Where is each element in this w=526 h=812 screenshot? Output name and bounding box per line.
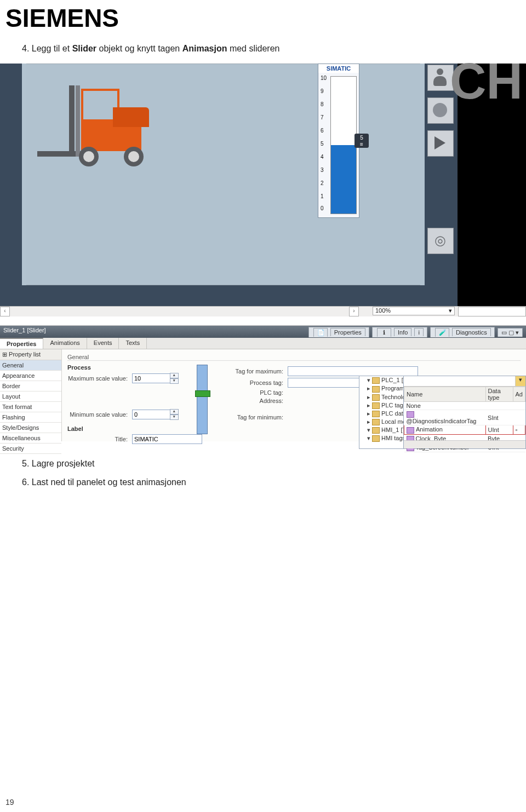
hmi-slider-thumb[interactable]: 5≡: [355, 134, 369, 148]
folder-icon: [372, 411, 380, 417]
col-datatype[interactable]: Data type: [485, 387, 513, 402]
folder-icon: [372, 386, 380, 393]
plist-general[interactable]: General: [0, 360, 61, 371]
preview-slider-track: [197, 365, 208, 434]
plist-miscellaneous[interactable]: Miscellaneous: [0, 433, 61, 444]
page-number: 19: [5, 798, 14, 807]
subtab-animations[interactable]: Animations: [43, 338, 87, 349]
properties-subtabs: Properties Animations Events Texts: [0, 338, 526, 349]
tick-label: 8: [321, 101, 324, 107]
tag-row-diag[interactable]: @DiagnosticsIndicatorTagSInt: [404, 410, 525, 425]
inspector-window-buttons[interactable]: ▭ ▢ ▾: [498, 328, 523, 337]
expand-icon[interactable]: ⊞: [2, 351, 7, 358]
label-max-scale: Maximum scale value:: [67, 375, 128, 382]
tick-label: 3: [321, 167, 324, 173]
input-min-scale[interactable]: [132, 410, 170, 419]
instruction-step-4: 4. Legg til et Slider objekt og knytt ta…: [0, 33, 526, 61]
tick-label: 9: [321, 88, 324, 94]
tag-search-button[interactable]: ▾: [515, 376, 525, 386]
subtab-properties[interactable]: Properties: [0, 338, 43, 349]
forklift-engine: [113, 107, 149, 127]
forklift-mast-inner: [76, 85, 80, 157]
hmi-slider-thumb-value: 5: [360, 135, 363, 141]
tag-row-animation[interactable]: AnimationUInt▫: [404, 425, 525, 434]
editor-canvas[interactable]: SIMATIC 5≡ 10 9 8 7 6 5 4 3 2 1: [0, 64, 526, 315]
col-address[interactable]: Ad: [513, 387, 525, 402]
spinner-up[interactable]: ▴: [170, 409, 179, 414]
tick-label: 2: [321, 180, 324, 186]
properties-header: Slider_1 [Slider] 📄 Properties ℹ Info i …: [0, 326, 526, 338]
hmi-slider-track[interactable]: [330, 76, 357, 214]
zoom-slider[interactable]: [458, 307, 526, 316]
plist-border[interactable]: Border: [0, 381, 61, 391]
subtab-events[interactable]: Events: [87, 338, 119, 349]
tag-picker-table[interactable]: ▾ Name Data type Ad None @DiagnosticsInd…: [403, 376, 526, 449]
step4-suffix: med slideren: [227, 44, 279, 53]
runtime-exit-button[interactable]: [427, 228, 454, 254]
scroll-right-button[interactable]: ›: [349, 307, 359, 316]
hmi-slider-fill: [331, 145, 356, 214]
siemens-logo: SIEMENS: [0, 0, 526, 33]
spinner-down[interactable]: ▾: [170, 378, 179, 384]
properties-icon: 📄: [313, 328, 328, 337]
hmi-slider-object[interactable]: SIMATIC 5≡ 10 9 8 7 6 5 4 3 2 1: [318, 64, 359, 218]
runtime-blackbar: CH: [458, 64, 526, 315]
preview-slider-handle[interactable]: [195, 390, 210, 397]
tick-label: 1: [321, 193, 324, 199]
tree-label: PLC tags: [381, 402, 406, 408]
folder-icon: [372, 377, 380, 384]
plist-style-designs[interactable]: Style/Designs: [0, 423, 61, 433]
hmi-screen-workarea[interactable]: SIMATIC 5≡ 10 9 8 7 6 5 4 3 2 1: [22, 64, 425, 285]
step6: 6. Last ned til panelet og test animasjo…: [22, 477, 504, 487]
inspector-tab-diagnostics-label: Diagnostics: [452, 328, 491, 336]
plist-layout[interactable]: Layout: [0, 391, 61, 402]
selection-title: Slider_1 [Slider]: [3, 327, 46, 337]
input-tag-max[interactable]: [288, 366, 418, 376]
tia-portal-screenshot: SIMATIC 5≡ 10 9 8 7 6 5 4 3 2 1: [0, 64, 526, 441]
inspector-tab-diagnostics[interactable]: 🧪 Diagnostics: [430, 327, 495, 337]
plist-security[interactable]: Security: [0, 444, 61, 454]
info-icon: ℹ: [377, 328, 391, 337]
plist-flashing[interactable]: Flashing: [0, 412, 61, 423]
step4-bold-slider: Slider: [72, 44, 96, 53]
plist-appearance[interactable]: Appearance: [0, 371, 61, 381]
plist-text-format[interactable]: Text format: [0, 402, 61, 412]
label-address: Address:: [219, 398, 283, 404]
form-heading-general: General: [67, 354, 521, 361]
tag-table-scrollbar[interactable]: [404, 440, 525, 448]
editor-horizontal-scrollbar[interactable]: ‹ › 100% ▾: [0, 306, 526, 316]
property-list-header: ⊞ Property list: [0, 349, 61, 360]
spinner-up[interactable]: ▴: [170, 373, 179, 378]
inspector-tab-properties[interactable]: 📄 Properties: [308, 327, 369, 337]
info-badge: i: [414, 328, 423, 336]
tick-label: 4: [321, 154, 324, 160]
step4-mid: objekt og knytt tagen: [96, 44, 182, 53]
tag-icon: [407, 411, 414, 418]
runtime-back-button[interactable]: [427, 130, 454, 157]
input-title[interactable]: [132, 434, 202, 444]
folder-icon: [372, 419, 380, 425]
label-tag-min: Tag for minimum:: [219, 414, 283, 421]
spinner-down[interactable]: ▾: [170, 414, 179, 420]
label-min-scale: Minimum scale value:: [67, 411, 128, 418]
tick-label: 7: [321, 114, 324, 120]
tag-cell: ▫: [513, 425, 525, 434]
label-title: Title:: [67, 436, 128, 442]
forklift-mast: [69, 85, 75, 157]
inspector-tab-info-label: Info: [394, 328, 411, 336]
step4-bold-animasjon: Animasjon: [182, 44, 227, 53]
folder-icon: [372, 435, 380, 442]
inspector-tab-info[interactable]: ℹ Info i: [372, 327, 427, 337]
folder-icon: [372, 394, 380, 401]
tag-cell: Animation: [416, 426, 443, 433]
tag-search-input[interactable]: [404, 376, 515, 385]
input-max-scale[interactable]: [132, 373, 170, 383]
zoom-level-dropdown[interactable]: 100% ▾: [373, 307, 455, 315]
step5: 5. Lagre prosjektet: [22, 459, 504, 469]
tag-row-none[interactable]: None: [404, 402, 525, 410]
col-name[interactable]: Name: [404, 387, 486, 402]
subtab-texts[interactable]: Texts: [119, 338, 147, 349]
scroll-left-button[interactable]: ‹: [0, 307, 10, 316]
label-tag-max: Tag for maximum:: [219, 368, 283, 375]
properties-pane: Slider_1 [Slider] 📄 Properties ℹ Info i …: [0, 325, 526, 441]
